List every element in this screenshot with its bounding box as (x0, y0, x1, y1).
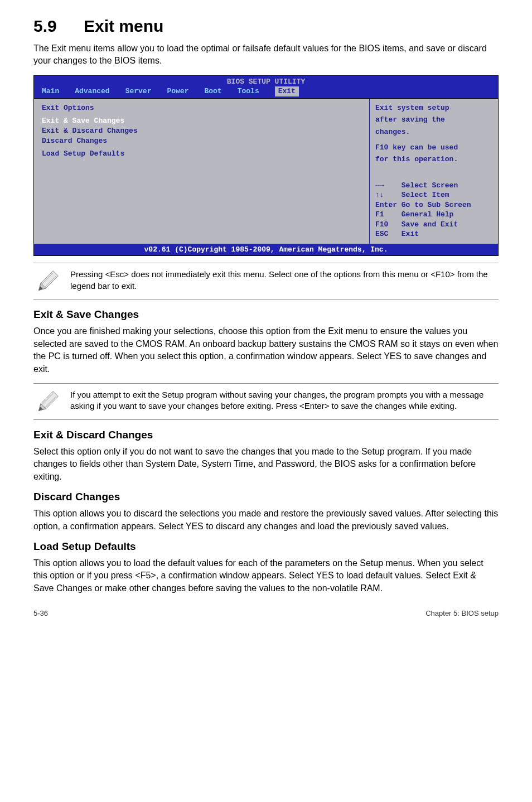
body-text: Select this option only if you do not wa… (33, 446, 499, 483)
bios-tab-tools[interactable]: Tools (238, 86, 259, 96)
chapter-label: Chapter 5: BIOS setup (425, 609, 499, 617)
bios-tab-main[interactable]: Main (42, 86, 59, 96)
note-block: If you attempt to exit the Setup program… (33, 383, 499, 420)
bios-item-load-defaults[interactable]: Load Setup Defaults (42, 149, 361, 159)
section-title: Exit menu (84, 17, 163, 35)
bios-setup-utility: BIOS SETUP UTILITY Main Advanced Server … (33, 75, 499, 257)
page-heading: 5.9Exit menu (33, 17, 499, 36)
bios-help-line: after saving the (375, 115, 492, 125)
bios-help-text: Exit system setup after saving the chang… (375, 103, 492, 167)
bios-item-exit-discard[interactable]: Exit & Discard Changes (42, 126, 361, 136)
bios-section-heading: Exit Options (42, 103, 361, 113)
bios-key-line: F10 Save and Exit (375, 220, 492, 230)
body-text: This option allows you to load the defau… (33, 557, 499, 595)
pencil-icon (36, 389, 60, 414)
section-number: 5.9 (33, 17, 84, 36)
bios-item-discard[interactable]: Discard Changes (42, 136, 361, 146)
bios-tab-advanced[interactable]: Advanced (75, 86, 109, 96)
pencil-icon (36, 269, 60, 293)
bios-footer: v02.61 (C)Copyright 1985-2009, American … (34, 244, 498, 256)
bios-help-line: Exit system setup (375, 103, 492, 113)
bios-left-pane: Exit Options Exit & Save Changes Exit & … (34, 99, 370, 244)
bios-key-line: F1 General Help (375, 210, 492, 220)
bios-key-line: Enter Go to Sub Screen (375, 200, 492, 210)
bios-tab-exit[interactable]: Exit (275, 86, 299, 96)
bios-title: BIOS SETUP UTILITY (34, 76, 498, 87)
subheading-load-defaults: Load Setup Defaults (33, 540, 499, 553)
page-number: 5-36 (33, 609, 48, 617)
body-text: Once you are finished making your select… (33, 325, 499, 375)
subheading-discard: Discard Changes (33, 491, 499, 503)
bios-tab-power[interactable]: Power (167, 86, 188, 96)
bios-right-pane: Exit system setup after saving the chang… (370, 99, 498, 244)
page-footer: 5-36 Chapter 5: BIOS setup (33, 609, 499, 617)
subheading-exit-save: Exit & Save Changes (33, 308, 499, 321)
body-text: This option allows you to discard the se… (33, 508, 499, 533)
bios-tab-bar: Main Advanced Server Power Boot Tools Ex… (34, 86, 498, 98)
bios-tab-boot[interactable]: Boot (204, 86, 221, 96)
note-text: If you attempt to exit the Setup program… (70, 389, 496, 412)
note-text: Pressing <Esc> does not immediately exit… (70, 269, 496, 292)
bios-key-legend: ←→ Select Screen ↑↓ Select Item Enter Go… (375, 181, 492, 239)
bios-help-line: for this operation. (375, 154, 492, 165)
bios-key-line: ↑↓ Select Item (375, 190, 492, 200)
bios-help-line: changes. (375, 127, 492, 137)
subheading-exit-discard: Exit & Discard Changes (33, 429, 499, 441)
bios-key-line: ←→ Select Screen (375, 181, 492, 191)
lead-paragraph: The Exit menu items allow you to load th… (33, 42, 499, 67)
note-block: Pressing <Esc> does not immediately exit… (33, 263, 499, 299)
bios-key-line: ESC Exit (375, 229, 492, 239)
bios-item-exit-save[interactable]: Exit & Save Changes (42, 116, 361, 126)
bios-help-line: F10 key can be used (375, 143, 492, 153)
bios-tab-server[interactable]: Server (125, 86, 152, 96)
